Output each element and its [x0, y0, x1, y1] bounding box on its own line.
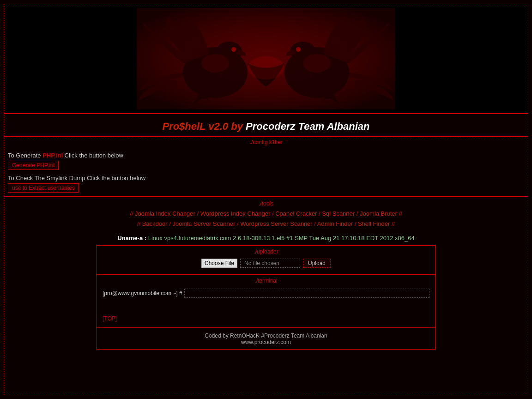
joomla-bruter-link[interactable]: Joomla Bruter	[360, 210, 397, 217]
generate-php-button[interactable]: Generate PHP.ini	[8, 161, 59, 170]
upload-button[interactable]: Upload	[303, 259, 331, 268]
title-white: Procoderz Team Albanian	[243, 121, 370, 132]
svg-point-8	[201, 54, 229, 73]
title-bar: Pro$helL v2.0 by Procoderz Team Albanian	[4, 114, 528, 137]
php-highlight: PHP.ini	[42, 152, 63, 159]
title-red: Pro$helL v2.0 by	[162, 121, 242, 132]
joomla-index-changer-link[interactable]: Joomla Index Changer	[135, 210, 195, 217]
cpanel-cracker-link[interactable]: Cpanel Cracker	[275, 210, 317, 217]
smylink-description: To Check The Smylink Dump Click the butt…	[8, 175, 524, 181]
uploader-label: ./uploader	[97, 248, 435, 255]
svg-point-7	[248, 56, 284, 79]
extract-usernames-button[interactable]: use to Extract usernames	[8, 183, 79, 193]
smylink-section: To Check The Smylink Dump Click the butt…	[4, 172, 528, 196]
wordpress-server-scanner-link[interactable]: Wordpress Server Scanner	[240, 220, 313, 227]
joomla-server-scanner-link[interactable]: Joomla Server Scanner	[172, 220, 235, 227]
choose-file-button[interactable]: Choose File	[201, 259, 237, 268]
terminal-section: ./terminal [pro@www.gvonmobile.com ~] # …	[97, 275, 435, 327]
footer-line2: www.procoderz.com	[97, 339, 435, 345]
tools-section: ./tools // Joomla Index Changer / Wordpr…	[4, 197, 528, 232]
top-link[interactable]: [TOP]	[97, 314, 435, 325]
tools-label: ./tools	[4, 200, 528, 207]
tools-links: // Joomla Index Changer / Wordpress Inde…	[4, 209, 528, 229]
eagle-logo	[137, 8, 395, 109]
php-description: To Generate PHP.ini Click the button bel…	[8, 152, 524, 159]
terminal-prompt-text: [pro@www.gvonmobile.com ~] #	[103, 290, 182, 296]
config-killer-line: ./config k1ller	[4, 137, 528, 147]
admin-finder-link[interactable]: Admin Finder	[317, 220, 353, 227]
backdoor-link[interactable]: Backdoor	[142, 220, 168, 227]
footer-line1: Coded by RetnOHacK #Procoderz Team Alban…	[97, 332, 435, 339]
terminal-prompt-area: [pro@www.gvonmobile.com ~] #	[97, 287, 435, 300]
terminal-label: ./terminal	[97, 278, 435, 284]
footer-coded-by: Coded by RetnOHacK #Procoderz Team Alban…	[205, 332, 327, 339]
tools-row1-comment: //	[130, 210, 135, 217]
terminal-command-input[interactable]	[184, 289, 429, 298]
uploader-section: ./uploader Choose File No file chosen Up…	[97, 246, 435, 274]
uname-label: Uname-a :	[117, 235, 146, 242]
header-banner	[4, 4, 528, 114]
php-section: To Generate PHP.ini Click the button bel…	[4, 147, 528, 172]
uname-section: Uname-a : Linux vps4.futuremediatrix.com…	[4, 232, 528, 245]
footer-section: Coded by RetnOHacK #Procoderz Team Alban…	[97, 327, 435, 349]
svg-point-6	[296, 47, 301, 52]
shell-finder-link[interactable]: Shell Finder	[358, 220, 390, 227]
config-killer-text: ./config k1ller	[250, 139, 283, 145]
tools-row2-comment: //	[137, 220, 142, 227]
svg-point-3	[231, 47, 236, 52]
uname-value: Linux vps4.futuremediatrix.com 2.6.18-30…	[148, 235, 415, 242]
wordpress-index-changer-link[interactable]: Wordpress Index Changer	[200, 210, 271, 217]
sql-scanner-link[interactable]: Sql Scanner	[322, 210, 355, 217]
terminal-spacer	[97, 300, 435, 314]
no-file-chosen-text: No file chosen	[240, 259, 300, 268]
uploader-form: Choose File No file chosen Upload	[97, 259, 435, 272]
svg-point-9	[303, 54, 331, 73]
footer-website: www.procoderz.com	[241, 339, 291, 345]
content-box: ./uploader Choose File No file chosen Up…	[97, 245, 435, 350]
outer-wrapper: Pro$helL v2.0 by Procoderz Team Albanian…	[4, 4, 528, 395]
